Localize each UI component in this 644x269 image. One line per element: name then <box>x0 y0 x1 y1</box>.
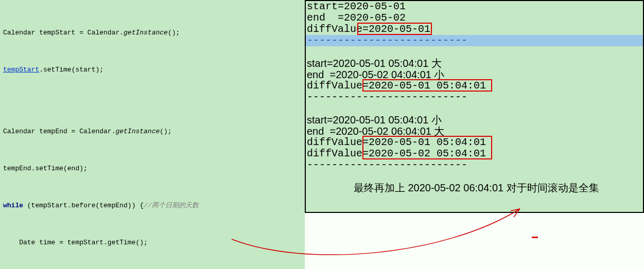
output-line: diffValue=2020-05-01 05:04:01 <box>306 137 643 148</box>
output-line: end =2020-05-02 <box>306 12 643 24</box>
output-final-line: 最终再加上 2020-05-02 06:04:01 对于时间滚动是全集 <box>306 182 643 193</box>
code-line: tempEnd.setTime(end); <box>3 163 302 175</box>
output-line: start=2020-05-01 05:04:01 大 <box>306 58 643 69</box>
right-output-pane: start=2020-05-01 end =2020-05-02 diffVal… <box>305 0 644 213</box>
code-line: while (tempStart.before(tempEnd)) {//两个日… <box>3 200 302 212</box>
output-line: start=2020-05-01 <box>306 1 643 12</box>
output-blank <box>306 103 643 114</box>
code-block-top[interactable]: Calendar tempStart = Calendar.getInstanc… <box>0 0 305 269</box>
output-line: diffValue=2020-05-02 05:04:01 <box>306 148 643 159</box>
output-separator: -------------------------- <box>306 92 643 103</box>
output-line: end =2020-05-02 06:04:01 大 <box>306 125 643 137</box>
code-line: Calendar tempEnd = Calendar.getInstance(… <box>3 125 302 138</box>
output-line: end =2020-05-02 04:04:01 小 <box>306 69 643 80</box>
output-blank <box>306 171 643 182</box>
output-blank <box>306 46 643 58</box>
code-line: tempStart.setTime(start); <box>3 64 302 76</box>
output-line: diffValue=2020-05-01 05:04:01 <box>306 80 643 92</box>
left-code-pane: Calendar tempStart = Calendar.getInstanc… <box>0 0 305 269</box>
code-line: Calendar tempStart = Calendar.getInstanc… <box>3 27 302 39</box>
code-line: Date time = tempStart.getTime(); <box>3 237 302 249</box>
output-line: diffValue=2020-05-01 <box>306 24 643 35</box>
output-line: start=2020-05-01 05:04:01 小 <box>306 114 643 125</box>
output-separator: -------------------------- <box>306 159 643 171</box>
annotation-mark <box>532 237 538 238</box>
output-separator-blue: -------------------------- <box>306 35 643 46</box>
